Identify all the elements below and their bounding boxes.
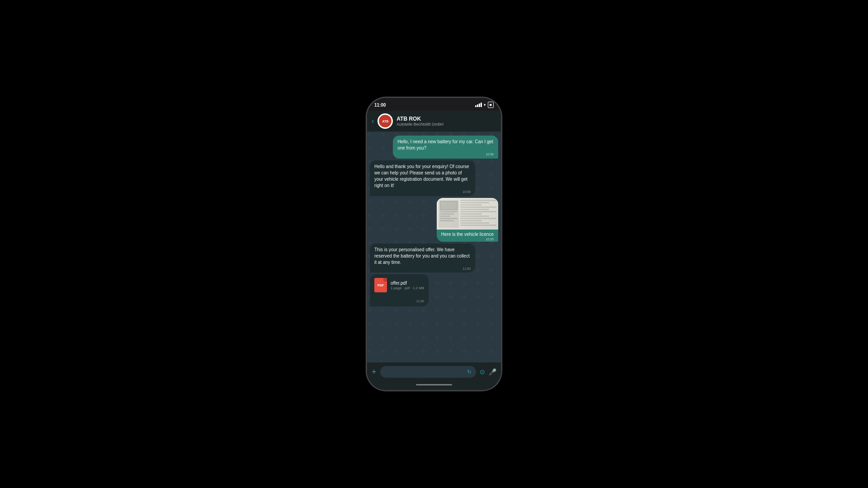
camera-button[interactable]: ⊙ — [480, 368, 485, 375]
doc-preview — [437, 198, 498, 230]
pdf-meta: 1 page · pdf · 1.2 MB — [391, 286, 424, 290]
contact-subtitle: Autoteile Bechtoldt GmbH — [396, 122, 496, 127]
avatar: ATB — [377, 113, 393, 129]
message-input-field[interactable]: ↻ — [380, 366, 476, 378]
home-indicator — [367, 381, 501, 390]
wifi-icon: ▾ — [484, 103, 486, 107]
home-bar — [416, 384, 452, 385]
document-image[interactable] — [437, 198, 498, 230]
status-time: 11:00 — [374, 103, 386, 108]
phone-inner: 11:00 ▾ ■ ‹ ATB ATB ROK — [367, 98, 501, 390]
message-time: 10:59 — [441, 238, 494, 241]
messages-container: Hello, I need a new battery for my car. … — [370, 136, 498, 306]
message-time: 10:58 — [374, 190, 471, 194]
chat-header: ‹ ATB ATB ROK Autoteile Bechtoldt GmbH — [367, 111, 501, 132]
battery-icon: ■ — [488, 102, 494, 108]
status-icons: ▾ ■ — [475, 102, 494, 108]
image-caption: Here is the vehicle licence — [441, 232, 494, 237]
message-received-pdf[interactable]: PDF offer.pdf 1 page · pdf · 1.2 MB 11:0… — [370, 274, 429, 306]
doc-right-column — [460, 200, 496, 228]
message-received-1: Hello and thank you for your enquiry! Of… — [370, 160, 475, 196]
status-bar: 11:00 ▾ ■ — [367, 98, 501, 111]
contact-name: ATB ROK — [396, 116, 496, 122]
message-text: Hello, I need a new battery for my car. … — [397, 139, 493, 150]
message-time: 10:58 — [397, 152, 494, 157]
chat-body[interactable]: Hello, I need a new battery for my car. … — [367, 132, 501, 362]
message-received-2: This is your personalised offer. We have… — [370, 244, 475, 273]
add-attachment-button[interactable]: + — [372, 367, 377, 377]
pdf-filename: offer.pdf — [391, 281, 424, 286]
microphone-button[interactable]: 🎤 — [489, 368, 496, 375]
doc-left-column — [439, 200, 459, 228]
pdf-attachment[interactable]: PDF offer.pdf 1 page · pdf · 1.2 MB — [370, 274, 429, 296]
header-info: ATB ROK Autoteile Bechtoldt GmbH — [396, 116, 496, 127]
message-sent-image[interactable]: Here is the vehicle licence 10:59 — [437, 198, 498, 242]
message-time: 11:00 — [374, 267, 471, 271]
phone-frame: 11:00 ▾ ■ ‹ ATB ATB ROK — [366, 97, 502, 391]
emoji-button[interactable]: ↻ — [467, 369, 472, 375]
back-button[interactable]: ‹ — [372, 117, 374, 125]
pdf-icon: PDF — [374, 278, 387, 292]
message-time: 11:00 — [416, 300, 425, 303]
avatar-logo: ATB — [379, 115, 392, 127]
message-text: This is your personalised offer. We have… — [374, 247, 470, 265]
signal-icon — [475, 103, 482, 107]
message-text: Hello and thank you for your enquiry! Of… — [374, 164, 469, 188]
input-bar: + ↻ ⊙ 🎤 — [367, 362, 501, 381]
pdf-info: offer.pdf 1 page · pdf · 1.2 MB — [391, 281, 424, 290]
message-sent-1: Hello, I need a new battery for my car. … — [393, 136, 498, 159]
